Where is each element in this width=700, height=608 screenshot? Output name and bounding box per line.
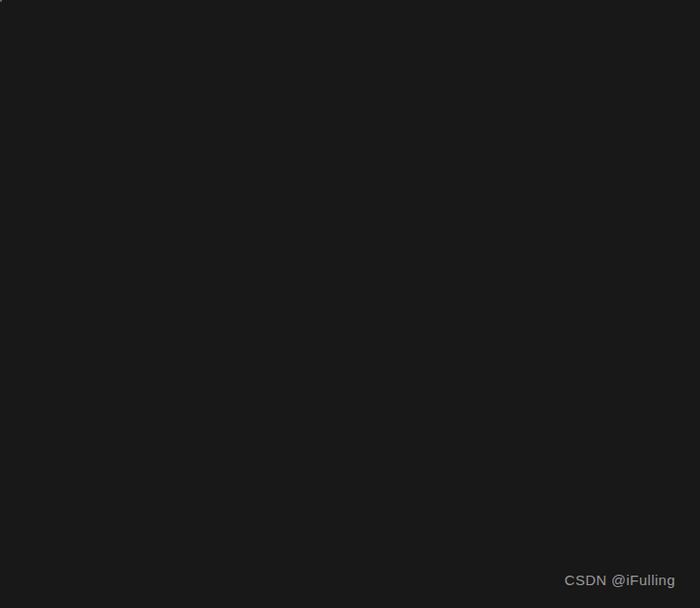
clear-code-button[interactable]: 清空代码 <box>1 1 2 2</box>
score-table-panel: ID 姓名 总分 1 1 余星舟 253 2 2 李云美 219 0 2 <box>1 1 2 2</box>
database-tree-panel: student.db 表 score <box>1 1 2 2</box>
log-output[interactable]: 清空代码区 清空代码区 清空代码区 查询SELECT STU.ID, STU.N… <box>1 1 2 2</box>
delete-record-dialog: 删除记录 – □ ✕ where and and <box>1 1 2 2</box>
sql-code-editor[interactable]: SELECT * FROM score; GO; 按F5运行代码 <box>1 1 2 2</box>
app-window: 学生管理系统 – □ ✕ student.db 表 <box>0 0 2 2</box>
watermark-text: CSDN @iFulling <box>565 572 675 588</box>
run-all-code-button[interactable]: 运行所有代码 <box>1 1 2 2</box>
